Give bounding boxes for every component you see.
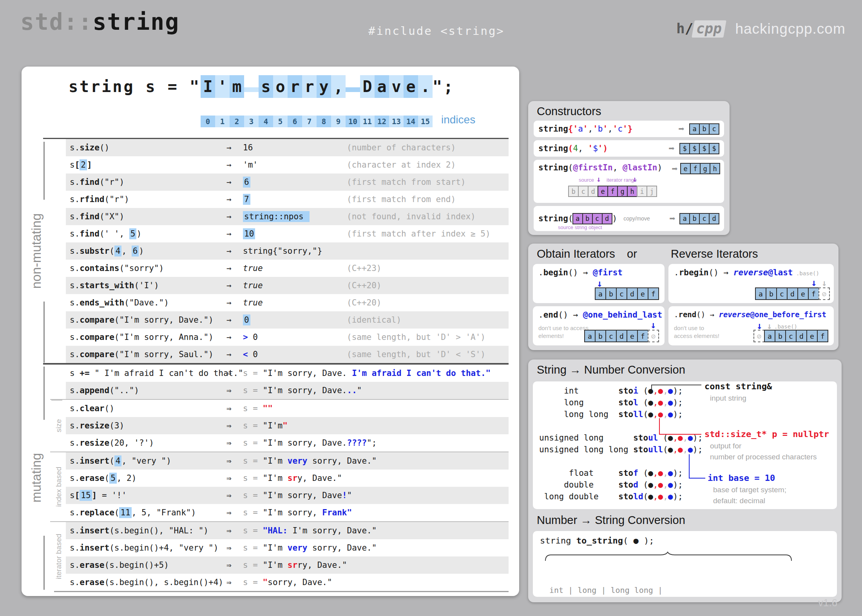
- decl-char-cell: o: [273, 75, 288, 98]
- version-label: v1.6: [818, 597, 837, 609]
- decl-char-cell: ,: [331, 75, 346, 98]
- reverse-iterators-title: Reverse Iterators: [671, 247, 758, 260]
- result-arrow-icon: ⇒: [226, 473, 243, 483]
- memory-cell: a: [679, 213, 690, 224]
- method-call: s.erase(s.begin(), s.begin()+4): [66, 578, 226, 587]
- comment: (first match from start): [347, 177, 509, 187]
- comment: (C++20): [347, 298, 509, 307]
- rend-warning: don't use toaccess elements!: [674, 324, 719, 340]
- result-value: string::npos: [243, 212, 347, 221]
- method-call: s.rfind("r"): [66, 195, 226, 204]
- memory-cell: e: [627, 330, 638, 342]
- comment: (first match from end): [347, 195, 509, 204]
- index-cell: 0: [201, 116, 215, 127]
- to-string-overloads: int | long | long long | unsigned | unsi…: [549, 564, 771, 616]
- source-string-cells: abcd: [573, 213, 612, 224]
- comment: (same length, but 'D' < 'S'): [347, 350, 509, 359]
- result-arrow-icon: →: [226, 246, 243, 256]
- comment: (C++20): [347, 281, 509, 290]
- size-t-note-2: number of processed characters: [710, 453, 817, 461]
- table-row: s.compare("I'm sorry, Saul.")→< 0(same l…: [66, 346, 509, 363]
- memory-cell: ⊘: [753, 330, 765, 342]
- table-row: s.starts_with('I')→true(C++20): [66, 277, 509, 294]
- constructor-row: string{'a','b','c'} ➡ abc: [534, 121, 724, 137]
- methods-table: s.size()→16(number of characters)s[2]→'m…: [66, 138, 509, 592]
- result-value: true: [243, 281, 347, 290]
- method-call: s.find(' ', 5): [66, 229, 226, 238]
- result-value: s = "I'm sorry, Dave!": [243, 491, 509, 500]
- number-to-string-title: Number → String Conversion: [537, 514, 685, 527]
- first-arrow-icon: ↓: [597, 279, 602, 288]
- table-row: s.contains("sorry")→true(C++23): [66, 260, 509, 277]
- memory-cell: f: [607, 186, 618, 197]
- table-row: s.erase(s.begin(), s.begin()+4)⇒s = "sor…: [66, 574, 509, 591]
- memory-cell: b: [775, 330, 786, 342]
- decl-char-cell: v: [389, 75, 404, 98]
- result-arrow-icon: →: [226, 177, 243, 187]
- before-first-arrow-icon: ↓: [757, 321, 762, 331]
- result-arrow-icon: ⇒: [226, 438, 243, 448]
- rbegin-code: .rbegin() → reverse@last .base(): [674, 268, 819, 277]
- index-cell: 13: [389, 116, 404, 127]
- memory-cell: f: [637, 330, 648, 342]
- decl-prefix: string s = ": [69, 78, 201, 96]
- site-link[interactable]: hackingcpp.com: [735, 21, 845, 37]
- comment: (character at index 2): [347, 160, 509, 170]
- range-last-arrow-icon: ↓: [632, 175, 637, 183]
- memory-cell: d: [709, 213, 719, 224]
- result-arrow-icon: ⇒: [226, 543, 243, 553]
- result-cells: $$$$: [680, 143, 719, 154]
- comment: (first match after index ≥ 5): [347, 229, 509, 238]
- memory-cell: h: [710, 163, 720, 174]
- page-title: std::string: [20, 9, 179, 35]
- result-value: true: [243, 298, 347, 307]
- index-cell: 3: [244, 116, 259, 127]
- memory-cell: a: [755, 287, 766, 300]
- brace-icon: [543, 551, 794, 563]
- method-call: s.erase(5, 2): [66, 473, 226, 483]
- result-value: s = "": [243, 404, 509, 413]
- cheat-sheet-page: std::string #include <string> h/cpp hack…: [0, 0, 862, 616]
- index-cell: 9: [331, 116, 346, 127]
- result-arrow-icon: →: [226, 315, 243, 325]
- code-line: long stol (●,●,●);: [539, 398, 703, 410]
- result-arrow-icon: ⇒: [226, 560, 243, 570]
- result-value: true: [243, 264, 347, 273]
- rail-line: [43, 142, 45, 200]
- method-call: s.find("r"): [66, 177, 226, 187]
- rail-line: [43, 536, 45, 590]
- memory-cell: c: [592, 213, 603, 224]
- table-row: s.compare("I'm sorry, Anna.")→> 0(same l…: [66, 329, 509, 346]
- constructors-panel: Constructors string{'a','b','c'} ➡ abc s…: [528, 101, 730, 235]
- decl-char-cell: [346, 87, 360, 92]
- conversion-functions: int stoi (●,●,●); long stol (●,●,●); lon…: [539, 386, 703, 504]
- result-value: 'm': [243, 160, 347, 170]
- memory-cell: c: [785, 330, 797, 342]
- memory-cell: a: [764, 330, 775, 342]
- memory-cell: c: [578, 186, 589, 197]
- method-call: s.insert(4, "very "): [66, 456, 226, 466]
- memory-cell: c: [709, 123, 719, 135]
- main-card: string s = "I'm sorry, Dave."; 012345678…: [22, 67, 519, 596]
- hcpp-logo-icon: h/cpp: [676, 20, 725, 38]
- method-call: s.contains("sorry"): [66, 264, 226, 273]
- code-line: unsigned long long stoull(●,●,●);: [539, 445, 703, 457]
- method-call: s[2]: [66, 160, 226, 170]
- code-line: long double stold(●,●,●);: [539, 492, 703, 504]
- size-t-note-1: output for: [710, 442, 741, 450]
- result-value: s = "I'm very sorry, Dave.": [243, 543, 509, 553]
- connector-line: [659, 418, 660, 435]
- result-arrow-icon: →: [226, 212, 243, 221]
- index-cell: 15: [418, 116, 433, 127]
- code-line: long long stoll(●,●,●);: [539, 410, 703, 421]
- memory-cell: d: [627, 287, 638, 300]
- memory-cell: e: [797, 287, 809, 300]
- index-cell: 12: [375, 116, 389, 127]
- conversion-panel: String → Number Conversion int stoi (●,●…: [528, 359, 842, 602]
- result-arrow-icon: →: [226, 350, 243, 359]
- index-cell: 7: [302, 116, 317, 127]
- method-call: s += " I'm afraid I can't do that.": [66, 369, 226, 378]
- code-line: unsigned long stoul (●,●,●);: [539, 433, 703, 445]
- source-label: source: [568, 177, 594, 183]
- rail-tick: [51, 400, 62, 401]
